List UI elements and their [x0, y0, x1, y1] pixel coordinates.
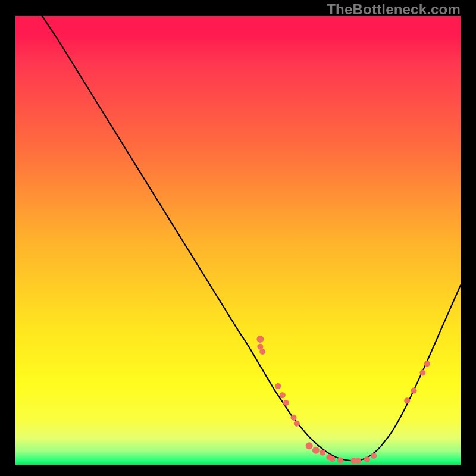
curve-marker: [320, 450, 325, 456]
watermark-label: TheBottleneck.com: [327, 1, 461, 18]
curve-markers: [256, 336, 430, 464]
chart-svg: [15, 16, 461, 465]
curve-marker: [337, 457, 343, 463]
curve-marker: [259, 349, 265, 355]
curve-marker: [371, 453, 377, 459]
curve-marker: [256, 336, 264, 343]
curve-marker: [411, 388, 416, 394]
curve-marker: [283, 400, 289, 406]
curve-marker: [275, 383, 281, 389]
curve-marker: [355, 458, 361, 464]
chart-frame: TheBottleneck.com: [0, 0, 476, 476]
curve-marker: [291, 415, 297, 421]
curve-marker: [330, 456, 336, 462]
curve-marker: [312, 447, 320, 454]
curve-marker: [424, 361, 430, 367]
curve-marker: [280, 392, 286, 398]
curve-marker: [294, 421, 300, 427]
curve-marker: [404, 397, 410, 403]
curve-marker: [419, 369, 425, 375]
plot-area: [15, 16, 461, 465]
curve-marker: [306, 442, 313, 449]
curve-marker: [364, 456, 370, 462]
curve-line: [42, 16, 461, 461]
